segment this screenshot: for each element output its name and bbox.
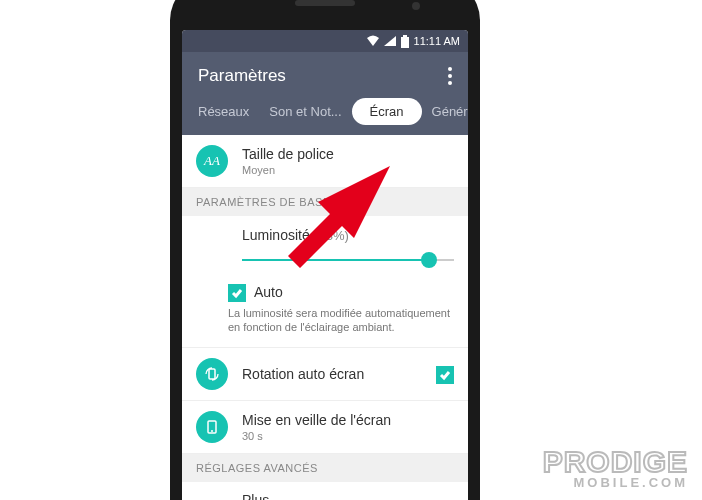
- brightness-slider[interactable]: [242, 250, 454, 270]
- more-row[interactable]: Plus Écran de veille interactif, Calibra…: [182, 482, 468, 500]
- tab-display[interactable]: Écran: [352, 98, 422, 125]
- svg-line-10: [209, 288, 211, 290]
- signal-icon: [384, 36, 396, 46]
- rotation-title: Rotation auto écran: [242, 366, 422, 382]
- section-advanced: RÉGLAGES AVANCÉS: [182, 454, 468, 482]
- sleep-icon: [196, 411, 228, 443]
- brightness-row: Luminosité (88%): [182, 216, 468, 276]
- auto-description: La luminosité sera modifiée automatiquem…: [228, 306, 454, 335]
- status-time: 11:11 AM: [414, 35, 460, 47]
- rotation-icon: [196, 358, 228, 390]
- watermark-main: PRODIGE: [543, 445, 688, 479]
- font-size-row[interactable]: AA Taille de police Moyen: [182, 135, 468, 188]
- tab-sound[interactable]: Son et Not...: [259, 98, 351, 125]
- overflow-menu-icon[interactable]: [448, 67, 452, 85]
- battery-icon: [400, 35, 410, 48]
- svg-rect-0: [401, 37, 409, 48]
- page-title: Paramètres: [198, 66, 286, 86]
- svg-point-2: [201, 289, 209, 297]
- tab-general[interactable]: Généralités: [422, 98, 468, 125]
- svg-line-7: [200, 288, 202, 290]
- screen: 11:11 AM Paramètres Réseaux Son et Not..…: [182, 30, 468, 500]
- slider-thumb[interactable]: [421, 252, 437, 268]
- section-base: PARAMÈTRES DE BASE: [182, 188, 468, 216]
- more-title: Plus: [242, 492, 454, 500]
- svg-line-9: [200, 297, 202, 299]
- svg-rect-1: [403, 35, 407, 37]
- header: Paramètres: [182, 52, 468, 94]
- sleep-title: Mise en veille de l'écran: [242, 412, 454, 428]
- watermark-sub: MOBILE.COM: [543, 475, 688, 490]
- status-bar: 11:11 AM: [182, 30, 468, 52]
- rotation-row[interactable]: Rotation auto écran: [182, 348, 468, 401]
- tab-networks[interactable]: Réseaux: [188, 98, 259, 125]
- font-size-value: Moyen: [242, 164, 454, 176]
- svg-line-8: [209, 297, 211, 299]
- phone-frame: 11:11 AM Paramètres Réseaux Son et Not..…: [170, 0, 480, 500]
- brightness-icon: [196, 284, 214, 335]
- auto-checkbox[interactable]: [228, 284, 246, 302]
- sleep-value: 30 s: [242, 430, 454, 442]
- brightness-percent: (88%): [314, 228, 349, 243]
- watermark: PRODIGE MOBILE.COM: [543, 445, 688, 490]
- settings-list[interactable]: AA Taille de police Moyen PARAMÈTRES DE …: [182, 135, 468, 500]
- sleep-row[interactable]: Mise en veille de l'écran 30 s: [182, 401, 468, 454]
- auto-label: Auto: [254, 284, 283, 300]
- auto-brightness-row[interactable]: Auto La luminosité sera modifiée automat…: [182, 276, 468, 348]
- tabs: Réseaux Son et Not... Écran Généralités: [182, 94, 468, 135]
- font-size-title: Taille de police: [242, 146, 454, 162]
- font-size-icon: AA: [196, 145, 228, 177]
- svg-rect-11: [209, 369, 215, 379]
- rotation-checkbox[interactable]: [436, 366, 454, 384]
- brightness-label: Luminosité: [242, 227, 310, 243]
- wifi-icon: [366, 35, 380, 47]
